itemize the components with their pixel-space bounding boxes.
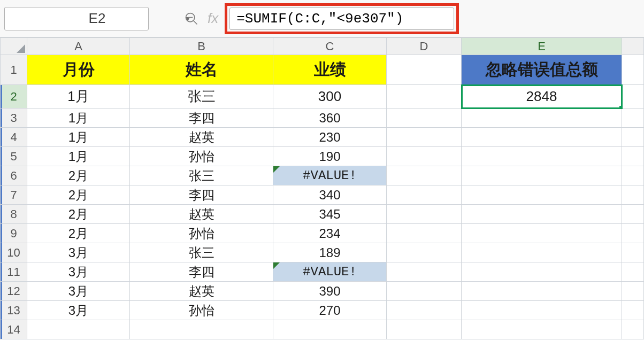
cell-D4[interactable] <box>387 128 462 147</box>
cell-D12[interactable] <box>387 282 462 301</box>
cell-B3[interactable]: 李四 <box>130 109 273 128</box>
cell-C12[interactable]: 390 <box>273 282 387 301</box>
cell-D9[interactable] <box>387 224 462 243</box>
cell-C2[interactable]: 300 <box>273 85 387 109</box>
cell-extra14[interactable] <box>622 320 644 339</box>
cell-extra11[interactable] <box>622 262 644 282</box>
cell-A7[interactable]: 2月 <box>27 185 130 205</box>
row-header-10[interactable]: 10 <box>1 243 27 262</box>
cell-D13[interactable] <box>387 301 462 320</box>
row-header-9[interactable]: 9 <box>1 224 27 243</box>
row-header-1[interactable]: 1 <box>1 55 27 85</box>
cell-B1[interactable]: 姓名 <box>130 55 273 85</box>
cell-C3[interactable]: 360 <box>273 109 387 128</box>
cell-extra12[interactable] <box>622 282 644 301</box>
cell-A3[interactable]: 1月 <box>27 109 130 128</box>
col-header-B[interactable]: B <box>130 38 273 55</box>
cell-B9[interactable]: 孙怡 <box>130 224 273 243</box>
cell-extra13[interactable] <box>622 301 644 320</box>
cell-extra5[interactable] <box>622 147 644 166</box>
cell-A10[interactable]: 3月 <box>27 243 130 262</box>
cell-extra9[interactable] <box>622 224 644 243</box>
cell-B4[interactable]: 赵英 <box>130 128 273 147</box>
cell-B12[interactable]: 赵英 <box>130 282 273 301</box>
cell-E10[interactable] <box>462 243 622 262</box>
cell-D10[interactable] <box>387 243 462 262</box>
cell-B11[interactable]: 李四 <box>130 262 273 282</box>
cell-B10[interactable]: 张三 <box>130 243 273 262</box>
col-header-A[interactable]: A <box>27 38 130 55</box>
cell-D14[interactable] <box>387 320 462 339</box>
cell-A4[interactable]: 1月 <box>27 128 130 147</box>
cell-C8[interactable]: 345 <box>273 205 387 224</box>
cell-B8[interactable]: 赵英 <box>130 205 273 224</box>
col-header-extra[interactable] <box>622 38 644 55</box>
cell-extra4[interactable] <box>622 128 644 147</box>
cell-extra2[interactable] <box>622 85 644 109</box>
zoom-out-icon[interactable] <box>181 8 202 29</box>
name-box-input[interactable] <box>10 10 184 27</box>
cell-E5[interactable] <box>462 147 622 166</box>
cell-D8[interactable] <box>387 205 462 224</box>
cell-C5[interactable]: 190 <box>273 147 387 166</box>
cell-A9[interactable]: 2月 <box>27 224 130 243</box>
cell-C6-error[interactable]: #VALUE! <box>273 166 387 185</box>
cell-E3[interactable] <box>462 109 622 128</box>
row-header-13[interactable]: 13 <box>1 301 27 320</box>
col-header-E[interactable]: E <box>462 38 622 55</box>
cell-E1[interactable]: 忽略错误值总额 <box>462 55 622 85</box>
cell-A5[interactable]: 1月 <box>27 147 130 166</box>
row-header-11[interactable]: 11 <box>1 262 27 282</box>
cell-C10[interactable]: 189 <box>273 243 387 262</box>
spreadsheet-grid[interactable]: A B C D E 1 月份 姓名 业绩 忽略错误值总额 2 1月 张三 300… <box>0 37 644 356</box>
cell-C9[interactable]: 234 <box>273 224 387 243</box>
row-header-8[interactable]: 8 <box>1 205 27 224</box>
row-header-5[interactable]: 5 <box>1 147 27 166</box>
row-header-7[interactable]: 7 <box>1 185 27 205</box>
col-header-D[interactable]: D <box>387 38 462 55</box>
cell-A11[interactable]: 3月 <box>27 262 130 282</box>
cell-E14[interactable] <box>462 320 622 339</box>
row-header-6[interactable]: 6 <box>1 166 27 185</box>
cell-E8[interactable] <box>462 205 622 224</box>
cell-E4[interactable] <box>462 128 622 147</box>
cell-A12[interactable]: 3月 <box>27 282 130 301</box>
cell-C11-error[interactable]: #VALUE! <box>273 262 387 282</box>
cell-extra7[interactable] <box>622 185 644 205</box>
cell-A14[interactable] <box>27 320 130 339</box>
col-header-C[interactable]: C <box>273 38 387 55</box>
cell-C1[interactable]: 业绩 <box>273 55 387 85</box>
cell-E9[interactable] <box>462 224 622 243</box>
cell-extra3[interactable] <box>622 109 644 128</box>
cell-C7[interactable]: 340 <box>273 185 387 205</box>
cell-D7[interactable] <box>387 185 462 205</box>
name-box[interactable]: ▼ <box>4 7 149 30</box>
select-all-corner[interactable] <box>1 38 27 55</box>
cell-C4[interactable]: 230 <box>273 128 387 147</box>
row-header-4[interactable]: 4 <box>1 128 27 147</box>
cell-extra6[interactable] <box>622 166 644 185</box>
cell-B7[interactable]: 李四 <box>130 185 273 205</box>
cell-D6[interactable] <box>387 166 462 185</box>
cell-extra8[interactable] <box>622 205 644 224</box>
cell-E2-active[interactable]: 2848 <box>462 85 622 109</box>
cell-E6[interactable] <box>462 166 622 185</box>
cell-B5[interactable]: 孙怡 <box>130 147 273 166</box>
cell-D11[interactable] <box>387 262 462 282</box>
cell-E7[interactable] <box>462 185 622 205</box>
cell-A13[interactable]: 3月 <box>27 301 130 320</box>
cell-A8[interactable]: 2月 <box>27 205 130 224</box>
cell-E12[interactable] <box>462 282 622 301</box>
cell-A1[interactable]: 月份 <box>27 55 130 85</box>
cell-B14[interactable] <box>130 320 273 339</box>
cell-C14[interactable] <box>273 320 387 339</box>
cell-E11[interactable] <box>462 262 622 282</box>
cell-B6[interactable]: 张三 <box>130 166 273 185</box>
cell-extra1[interactable] <box>622 55 644 85</box>
cell-B13[interactable]: 孙怡 <box>130 301 273 320</box>
cell-B2[interactable]: 张三 <box>130 85 273 109</box>
row-header-14[interactable]: 14 <box>1 320 27 339</box>
formula-input[interactable] <box>229 7 454 30</box>
cell-A2[interactable]: 1月 <box>27 85 130 109</box>
cell-C13[interactable]: 270 <box>273 301 387 320</box>
